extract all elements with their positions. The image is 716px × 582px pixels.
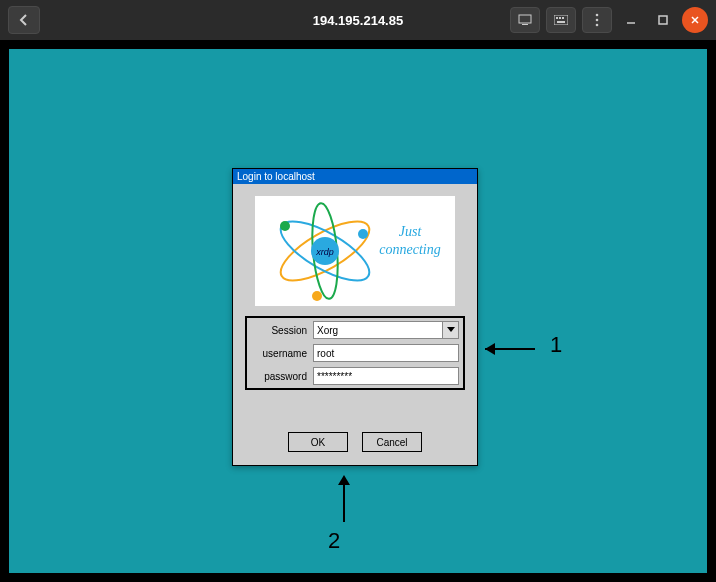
username-input[interactable] — [313, 344, 459, 362]
dialog-buttons: OK Cancel — [245, 432, 465, 452]
menu-button[interactable] — [582, 7, 612, 33]
session-label: Session — [251, 325, 313, 336]
svg-point-17 — [280, 221, 290, 231]
svg-point-18 — [358, 229, 368, 239]
login-form: Session Xorg username password — [233, 316, 477, 452]
username-label: username — [251, 348, 313, 359]
minimize-button[interactable] — [618, 7, 644, 33]
close-icon — [690, 15, 700, 25]
close-button[interactable] — [682, 7, 708, 33]
chevron-down-icon — [442, 322, 458, 338]
fullscreen-button[interactable] — [510, 7, 540, 33]
ok-button[interactable]: OK — [288, 432, 348, 452]
password-input[interactable] — [313, 367, 459, 385]
password-label: password — [251, 371, 313, 382]
svg-rect-6 — [557, 21, 565, 23]
annotation-arrow-1 — [477, 339, 537, 359]
login-dialog: Login to localhost xrdp Just connecting — [232, 168, 478, 466]
svg-rect-4 — [559, 17, 561, 19]
titlebar-controls — [510, 7, 708, 33]
annotation-arrow-2 — [334, 469, 354, 524]
svg-text:connecting: connecting — [379, 242, 440, 257]
svg-rect-11 — [659, 16, 667, 24]
cancel-button[interactable]: Cancel — [362, 432, 422, 452]
svg-point-19 — [312, 291, 322, 301]
annotation-1: 1 — [550, 332, 562, 358]
remote-desktop: Login to localhost xrdp Just connecting — [9, 49, 707, 573]
chevron-left-icon — [19, 14, 29, 26]
minimize-icon — [625, 14, 637, 26]
svg-rect-2 — [554, 15, 568, 25]
maximize-button[interactable] — [650, 7, 676, 33]
svg-text:xrdp: xrdp — [315, 247, 334, 257]
maximize-icon — [657, 14, 669, 26]
svg-rect-1 — [522, 24, 528, 25]
svg-text:Just: Just — [399, 224, 423, 239]
svg-rect-3 — [556, 17, 558, 19]
keyboard-button[interactable] — [546, 7, 576, 33]
svg-point-8 — [596, 19, 599, 22]
keyboard-icon — [554, 15, 568, 25]
session-select-value: Xorg — [317, 325, 338, 336]
session-select[interactable]: Xorg — [313, 321, 459, 339]
screen-icon — [518, 14, 532, 26]
back-button[interactable] — [8, 6, 40, 34]
annotation-2: 2 — [328, 528, 340, 554]
credentials-group: Session Xorg username password — [245, 316, 465, 390]
dialog-title: Login to localhost — [233, 169, 477, 184]
titlebar: 194.195.214.85 — [0, 0, 716, 40]
svg-rect-5 — [562, 17, 564, 19]
xrdp-logo: xrdp Just connecting — [255, 196, 455, 306]
kebab-icon — [595, 13, 599, 27]
window-title: 194.195.214.85 — [313, 13, 403, 28]
svg-rect-0 — [519, 15, 531, 23]
remote-desktop-frame: Login to localhost xrdp Just connecting — [0, 40, 716, 582]
logo-panel: xrdp Just connecting — [255, 196, 455, 306]
svg-point-7 — [596, 14, 599, 17]
svg-point-9 — [596, 24, 599, 27]
